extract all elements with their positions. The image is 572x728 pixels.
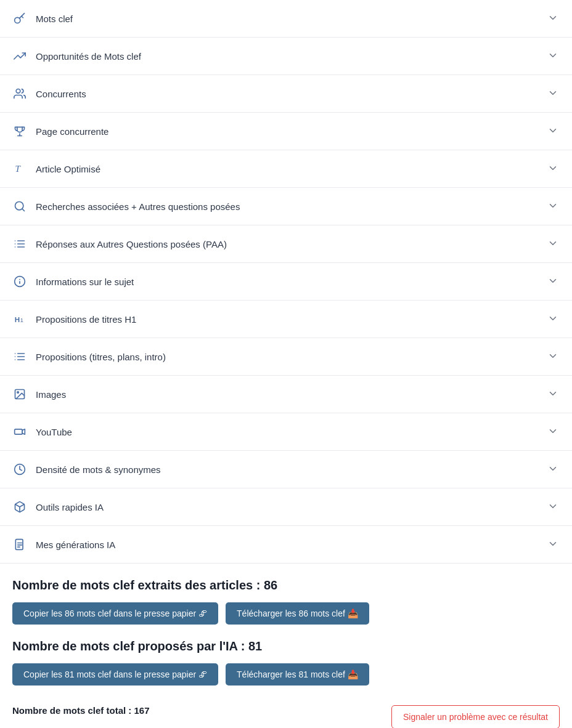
chevron-down-icon (547, 125, 560, 137)
accordion-label-outils-ia: Outils rapides IA (36, 502, 547, 512)
chevron-down-icon (547, 200, 560, 212)
accordion-item-mots-clef[interactable]: Mots clef (0, 0, 572, 38)
svg-marker-26 (22, 429, 25, 434)
chevron-down-icon (547, 350, 560, 363)
accordion-item-reponses-paa[interactable]: Réponses aux Autres Questions posées (PA… (0, 225, 572, 263)
trending-up-icon (12, 49, 27, 63)
list-alt-icon (12, 349, 27, 364)
copy-proposed-button[interactable]: Copier les 81 mots clef dans le presse p… (12, 663, 218, 686)
accordion-item-densite[interactable]: Densité de mots & synonymes (0, 451, 572, 488)
stats-section: Nombre de mots clef extraits des article… (0, 564, 572, 728)
copy-extracted-button[interactable]: Copier les 86 mots clef dans le presse p… (12, 602, 218, 625)
accordion-section: Mots clef Opportunités de Mots clef (0, 0, 572, 564)
chevron-down-icon (547, 50, 560, 62)
accordion-label-densite: Densité de mots & synonymes (36, 464, 547, 475)
chevron-down-icon (547, 538, 560, 551)
svg-text:H: H (15, 315, 20, 323)
accordion-label-article-optimise: Article Optimisé (36, 164, 547, 174)
chevron-down-icon (547, 87, 560, 100)
accordion-item-informations-sujet[interactable]: Informations sur le sujet (0, 263, 572, 301)
accordion-label-propositions-titres: Propositions (titres, plans, intro) (36, 352, 547, 362)
proposed-button-row: Copier les 81 mots clef dans le presse p… (12, 663, 560, 686)
accordion-label-youtube: YouTube (36, 427, 547, 437)
accordion-label-propositions-h1: Propositions de titres H1 (36, 314, 547, 325)
h1-icon: H 1 (12, 312, 27, 326)
accordion-label-generations-ia: Mes générations IA (36, 540, 547, 550)
proposed-heading: Nombre de mots clef proposés par l'IA : … (12, 639, 560, 653)
svg-point-24 (17, 392, 18, 394)
svg-text:1: 1 (20, 317, 23, 323)
text-icon: T (12, 161, 27, 176)
clock-icon (12, 462, 27, 477)
accordion-label-recherches-associees: Recherches associées + Autres questions … (36, 201, 547, 212)
download-extracted-button[interactable]: Télécharger les 86 mots clef 📥 (226, 602, 369, 625)
accordion-item-propositions-titres[interactable]: Propositions (titres, plans, intro) (0, 338, 572, 376)
accordion-label-reponses-paa: Réponses aux Autres Questions posées (PA… (36, 239, 547, 249)
image-icon (12, 387, 27, 402)
chevron-down-icon (547, 238, 560, 250)
info-icon (12, 274, 27, 289)
key-icon (12, 11, 27, 26)
accordion-item-propositions-h1[interactable]: H 1 Propositions de titres H1 (0, 301, 572, 338)
accordion-label-concurrents: Concurrents (36, 89, 547, 99)
extracted-button-row: Copier les 86 mots clef dans le presse p… (12, 602, 560, 625)
footer-row: Nombre de mots clef total : 167 Signaler… (12, 700, 560, 728)
accordion-label-images: Images (36, 389, 547, 400)
page-wrapper: Mots clef Opportunités de Mots clef (0, 0, 572, 728)
chevron-down-icon (547, 463, 560, 475)
accordion-item-images[interactable]: Images (0, 376, 572, 413)
chevron-down-icon (547, 275, 560, 288)
search-icon (12, 199, 27, 214)
report-problem-button[interactable]: Signaler un problème avec ce résultat (391, 705, 560, 728)
download-proposed-button[interactable]: Télécharger les 81 mots clef 📥 (226, 663, 369, 686)
extracted-heading: Nombre de mots clef extraits des article… (12, 578, 560, 593)
accordion-label-mots-clef: Mots clef (36, 14, 547, 24)
trophy-icon (12, 124, 27, 139)
svg-line-5 (22, 209, 25, 211)
chevron-down-icon (547, 426, 560, 438)
list-icon (12, 237, 27, 251)
accordion-item-outils-ia[interactable]: Outils rapides IA (0, 488, 572, 526)
accordion-label-opportunites: Opportunités de Mots clef (36, 51, 547, 62)
chevron-down-icon (547, 501, 560, 513)
svg-rect-25 (15, 429, 23, 434)
accordion-item-article-optimise[interactable]: T Article Optimisé (0, 150, 572, 188)
total-label: Nombre de mots clef total : 167 (12, 705, 150, 716)
chevron-down-icon (547, 12, 560, 25)
accordion-item-youtube[interactable]: YouTube (0, 413, 572, 451)
chevron-down-icon (547, 388, 560, 400)
users-icon (12, 86, 27, 101)
cube-icon (12, 499, 27, 514)
svg-text:T: T (15, 164, 22, 174)
svg-point-1 (16, 89, 20, 94)
accordion-item-generations-ia[interactable]: Mes générations IA (0, 526, 572, 563)
video-icon (12, 424, 27, 439)
accordion-label-page-concurrente: Page concurrente (36, 126, 547, 137)
accordion-label-informations-sujet: Informations sur le sujet (36, 277, 547, 287)
chevron-down-icon (547, 313, 560, 325)
accordion-item-recherches-associees[interactable]: Recherches associées + Autres questions … (0, 188, 572, 225)
accordion-item-page-concurrente[interactable]: Page concurrente (0, 113, 572, 150)
chevron-down-icon (547, 163, 560, 175)
accordion-item-opportunites[interactable]: Opportunités de Mots clef (0, 38, 572, 75)
accordion-item-concurrents[interactable]: Concurrents (0, 75, 572, 113)
document-list-icon (12, 537, 27, 552)
